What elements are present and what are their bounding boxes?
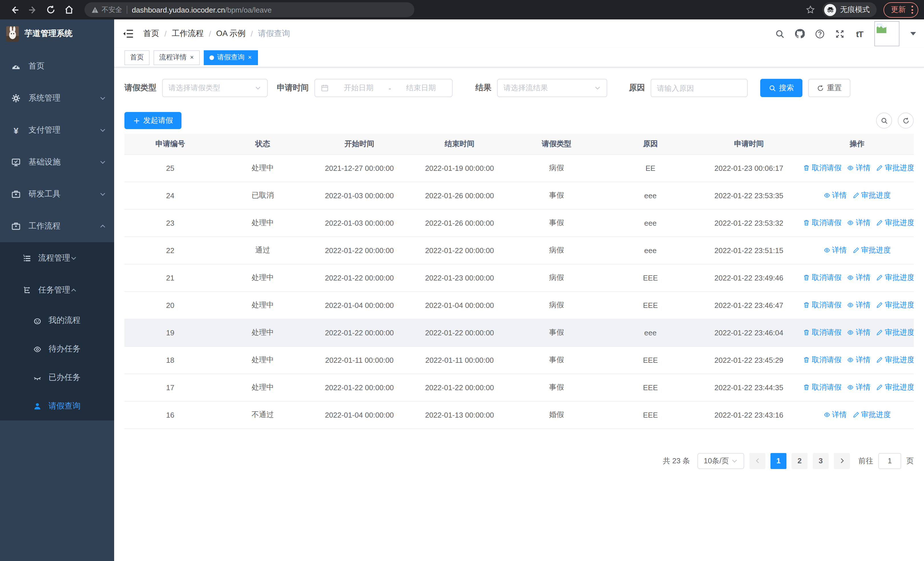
- sidebar-item-process-mgmt[interactable]: 流程管理: [0, 242, 114, 274]
- detail-link[interactable]: 详情: [847, 327, 871, 338]
- edit-icon: [876, 329, 883, 336]
- app-logo[interactable]: 芋道管理系统: [0, 20, 114, 48]
- sidebar-collapse-icon[interactable]: [123, 28, 134, 39]
- leave-type-select[interactable]: 请选择请假类型: [162, 79, 268, 97]
- cell-actions: 取消请假详情审批进度: [801, 154, 914, 182]
- tree-icon: [23, 286, 32, 295]
- search-button[interactable]: 搜索: [760, 79, 802, 97]
- close-icon[interactable]: ×: [248, 54, 252, 61]
- browser-reload-icon[interactable]: [46, 5, 56, 15]
- cancel-leave-link[interactable]: 取消请假: [803, 163, 842, 173]
- progress-link[interactable]: 审批进度: [876, 382, 914, 393]
- cancel-leave-link[interactable]: 取消请假: [803, 382, 842, 393]
- breadcrumb-item[interactable]: OA 示例: [216, 29, 246, 39]
- font-size-icon[interactable]: tT: [854, 29, 865, 39]
- address-bar[interactable]: 不安全 dashboard.yudao.iocoder.cn/bpm/oa/le…: [84, 2, 414, 17]
- edit-icon: [876, 220, 883, 226]
- breadcrumb-item[interactable]: 首页: [143, 29, 159, 39]
- progress-link[interactable]: 审批进度: [876, 163, 914, 173]
- cancel-leave-link[interactable]: 取消请假: [803, 355, 842, 365]
- browser-back-icon[interactable]: [9, 5, 20, 15]
- page-button-2[interactable]: 2: [792, 453, 808, 469]
- refresh-table-button[interactable]: [898, 113, 914, 129]
- help-icon[interactable]: [814, 29, 825, 39]
- column-header: 申请时间: [698, 134, 801, 154]
- sidebar-item-done-tasks[interactable]: 已办任务: [0, 363, 114, 392]
- page-button-1[interactable]: 1: [771, 453, 786, 469]
- page-size-select[interactable]: 10条/页: [698, 453, 744, 469]
- avatar-caret-icon[interactable]: [910, 32, 916, 35]
- browser-home-icon[interactable]: [64, 5, 74, 15]
- end-date-input[interactable]: 结束日期: [396, 83, 446, 93]
- reset-button[interactable]: 重置: [808, 79, 850, 97]
- page-button-3[interactable]: 3: [813, 453, 829, 469]
- detail-link[interactable]: 详情: [847, 163, 871, 173]
- cell-end-time: 2022-01-22 00:00:00: [410, 236, 510, 264]
- tab-process-detail[interactable]: 流程详情×: [153, 50, 200, 65]
- progress-link[interactable]: 审批进度: [852, 245, 891, 256]
- progress-link[interactable]: 审批进度: [876, 355, 914, 365]
- column-header: 请假类型: [510, 134, 603, 154]
- result-select[interactable]: 请选择流结果: [497, 79, 607, 97]
- progress-link[interactable]: 审批进度: [876, 300, 914, 310]
- close-icon[interactable]: ×: [189, 54, 194, 61]
- detail-link[interactable]: 详情: [847, 272, 871, 283]
- fullscreen-icon[interactable]: [834, 29, 844, 39]
- start-date-input[interactable]: 开始日期: [333, 83, 384, 93]
- cell-end-time: 2022-01-26 00:00:00: [410, 182, 510, 209]
- header-search-icon[interactable]: [774, 29, 785, 39]
- detail-link[interactable]: 详情: [847, 355, 871, 365]
- sidebar-item-task-mgmt[interactable]: 任务管理: [0, 274, 114, 306]
- sidebar-item-my-process[interactable]: 我的流程: [0, 306, 114, 335]
- eye-icon: [847, 302, 854, 308]
- progress-link[interactable]: 审批进度: [852, 410, 891, 420]
- apply-time-range-picker[interactable]: 开始日期 - 结束日期: [315, 79, 453, 97]
- detail-link[interactable]: 详情: [847, 382, 871, 393]
- trash-icon: [803, 164, 810, 171]
- cell-start-time: 2022-01-04 00:00:00: [309, 291, 410, 319]
- create-leave-button[interactable]: 发起请假: [124, 112, 182, 129]
- breadcrumb-item[interactable]: 工作流程: [172, 29, 204, 39]
- browser-update-button[interactable]: 更新: [884, 2, 918, 17]
- sidebar-item-leave-query[interactable]: 请假查询: [0, 392, 114, 420]
- reason-input[interactable]: [657, 84, 741, 92]
- detail-link[interactable]: 详情: [847, 218, 871, 228]
- sidebar-item-payment[interactable]: ¥ 支付管理: [0, 114, 114, 146]
- sidebar-item-devtools[interactable]: 研发工具: [0, 178, 114, 210]
- detail-link[interactable]: 详情: [823, 410, 847, 420]
- result-label: 结果: [476, 83, 491, 93]
- detail-link[interactable]: 详情: [823, 245, 847, 256]
- cancel-leave-link[interactable]: 取消请假: [803, 272, 842, 283]
- progress-link[interactable]: 审批进度: [876, 272, 914, 283]
- progress-link[interactable]: 审批进度: [876, 327, 914, 338]
- browser-menu-icon[interactable]: [912, 6, 913, 14]
- avatar[interactable]: [874, 21, 900, 46]
- sidebar-item-workflow[interactable]: 工作流程: [0, 210, 114, 242]
- cancel-leave-link[interactable]: 取消请假: [803, 327, 842, 338]
- sidebar-item-todo-tasks[interactable]: 待办任务: [0, 335, 114, 363]
- tab-leave-query[interactable]: 请假查询×: [204, 50, 258, 65]
- cancel-leave-link[interactable]: 取消请假: [803, 218, 842, 228]
- column-header: 申请编号: [124, 134, 216, 154]
- cancel-leave-link[interactable]: 取消请假: [803, 300, 842, 310]
- progress-link[interactable]: 审批进度: [876, 218, 914, 228]
- goto-page-input[interactable]: [878, 453, 901, 469]
- sidebar-item-system[interactable]: 系统管理: [0, 82, 114, 114]
- cell-reason: EEE: [603, 264, 698, 291]
- github-icon[interactable]: [795, 29, 805, 39]
- detail-link[interactable]: 详情: [823, 190, 847, 200]
- progress-link[interactable]: 审批进度: [852, 190, 891, 200]
- tab-home[interactable]: 首页: [124, 50, 150, 65]
- detail-link[interactable]: 详情: [847, 300, 871, 310]
- not-secure-warning[interactable]: 不安全: [92, 5, 122, 15]
- prev-page-button[interactable]: [749, 453, 765, 469]
- cell-leave-type: 事假: [510, 209, 603, 236]
- toggle-search-button[interactable]: [876, 113, 892, 129]
- bookmark-star-icon[interactable]: [805, 5, 816, 15]
- cell-leave-type: 病假: [510, 236, 603, 264]
- sidebar-item-home[interactable]: 首页: [0, 50, 114, 82]
- browser-forward-icon[interactable]: [27, 5, 38, 15]
- next-page-button[interactable]: [834, 453, 850, 469]
- warning-icon: [92, 6, 99, 14]
- sidebar-item-infra[interactable]: 基础设施: [0, 146, 114, 178]
